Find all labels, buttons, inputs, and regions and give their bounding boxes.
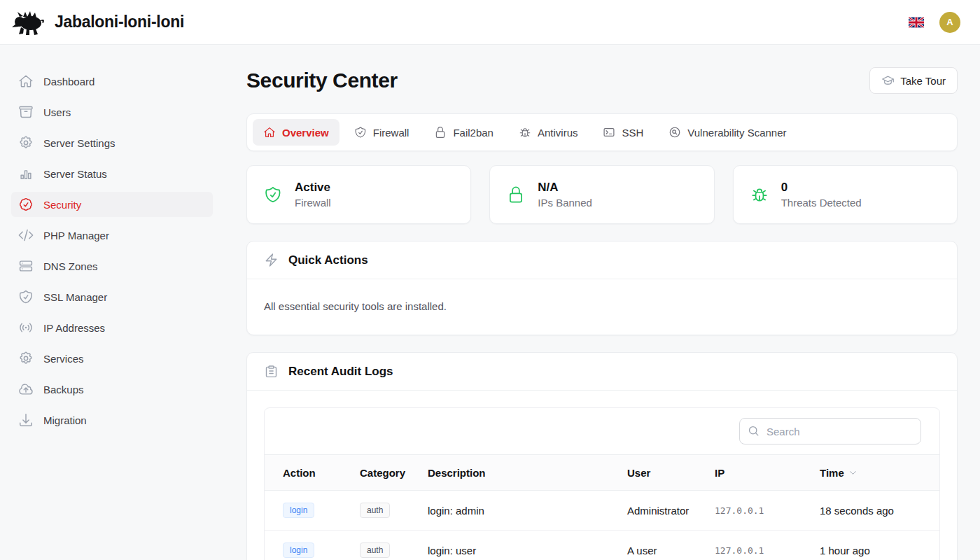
quick-actions-message: All essential security tools are install… [264,296,940,318]
sidebar-item-label: Migration [43,414,87,426]
description-cell: login: user [428,545,627,556]
column-header-time[interactable]: Time [820,467,921,479]
tab-ssh[interactable]: SSH [592,119,654,146]
boar-logo-icon [11,8,48,36]
category-badge: auth [360,503,390,518]
table-row[interactable]: login auth login: user A user 127.0.0.1 … [265,531,939,560]
sidebar-item-label: DNS Zones [43,260,98,272]
server-stack-icon [18,258,34,274]
sidebar-item-dns-zones[interactable]: DNS Zones [11,253,213,279]
stat-card-threats: 0 Threats Detected [733,165,958,224]
shield-check-icon [354,126,367,139]
tab-overview[interactable]: Overview [253,119,340,146]
tab-label: Overview [282,127,329,139]
sidebar-item-label: Security [43,199,81,211]
stat-card-firewall: Active Firewall [246,165,471,224]
ip-cell: 127.0.0.1 [715,545,820,556]
sidebar-item-server-status[interactable]: Server Status [11,161,213,186]
gear-icon [18,135,34,150]
search-circle-icon [668,126,681,139]
tab-label: Firewall [373,127,410,139]
time-cell: 1 hour ago [820,545,921,556]
take-tour-button[interactable]: Take Tour [869,67,958,94]
sidebar-item-security[interactable]: Security [11,192,213,217]
action-badge: login [283,503,314,518]
audit-search [739,418,921,444]
sidebar-item-label: Server Status [43,168,107,180]
badge-check-icon [18,197,34,212]
sidebar-item-server-settings[interactable]: Server Settings [11,130,213,155]
sidebar-item-backups[interactable]: Backups [11,377,213,402]
stat-label: IPs Banned [538,197,592,209]
column-header-category[interactable]: Category [360,467,428,479]
cloud-upload-icon [18,382,34,397]
graduation-cap-icon [881,74,895,88]
gear-icon [18,351,34,366]
action-badge: login [283,542,314,558]
language-flag-icon[interactable] [909,17,924,28]
sidebar-item-label: Backups [43,384,84,396]
sidebar-item-users[interactable]: Users [11,99,213,125]
terminal-icon [603,126,615,139]
bar-chart-icon [18,166,34,181]
stat-value: 0 [781,181,862,195]
sidebar-item-services[interactable]: Services [11,346,213,371]
user-avatar[interactable]: A [939,12,960,33]
column-header-action[interactable]: Action [283,467,360,479]
tab-label: Vulnerability Scanner [687,127,786,139]
sidebar-item-php-manager[interactable]: PHP Manager [11,223,213,248]
sidebar-item-label: Dashboard [43,76,94,88]
audit-logs-title: Recent Audit Logs [288,365,393,379]
sidebar-item-label: Users [43,106,71,118]
lightning-bolt-icon [264,253,279,267]
user-cell: Administrator [627,505,715,517]
quick-actions-title: Quick Actions [288,253,368,267]
table-header-row: Action Category Description User IP Time [265,454,939,491]
code-icon [18,227,34,243]
stat-label: Firewall [295,197,331,209]
stat-value: N/A [538,181,592,195]
broadcast-icon [18,320,34,335]
column-header-user[interactable]: User [627,467,715,479]
download-tray-icon [18,412,34,428]
avatar-letter: A [946,17,953,27]
user-cell: A user [627,545,715,556]
sidebar-item-label: IP Addresses [43,322,105,334]
tab-firewall[interactable]: Firewall [344,119,420,146]
sidebar: Dashboard Users Server Settings Server S… [0,45,224,560]
bug-icon [519,126,531,139]
sidebar-item-label: Services [43,353,84,365]
stat-value: Active [295,181,331,195]
shield-check-icon [18,289,34,304]
sidebar-item-ip-addresses[interactable]: IP Addresses [11,315,213,340]
sidebar-item-migration[interactable]: Migration [11,407,213,433]
column-header-description[interactable]: Description [428,467,627,479]
brand[interactable]: Jabaloni-loni-loni [11,8,184,36]
bug-icon [750,186,769,204]
sidebar-item-dashboard[interactable]: Dashboard [11,69,213,94]
main-content: Security Center Take Tour Overview Firew… [224,45,980,560]
quick-actions-card: Quick Actions All essential security too… [246,241,958,335]
sidebar-item-label: Server Settings [43,137,115,149]
tab-vulnerability-scanner[interactable]: Vulnerability Scanner [658,119,797,146]
tab-fail2ban[interactable]: Fail2ban [424,119,504,146]
home-icon [18,74,34,89]
sidebar-item-ssl-manager[interactable]: SSL Manager [11,284,213,309]
audit-logs-table-panel: Action Category Description User IP Time… [264,407,940,560]
search-icon [747,424,760,438]
table-row[interactable]: login auth login: admin Administrator 12… [265,491,939,531]
stat-card-ips-banned: N/A IPs Banned [489,165,714,224]
column-header-ip[interactable]: IP [715,467,820,479]
tab-label: Fail2ban [453,127,493,139]
time-cell: 18 seconds ago [820,505,921,517]
sidebar-item-label: SSL Manager [43,291,107,303]
archive-box-icon [18,104,34,120]
description-cell: login: admin [428,505,627,517]
tab-antivirus[interactable]: Antivirus [508,119,589,146]
lock-icon [434,126,447,139]
category-badge: auth [360,542,390,558]
ip-cell: 127.0.0.1 [715,505,820,516]
search-input[interactable] [739,418,921,444]
lock-icon [507,186,525,204]
stat-label: Threats Detected [781,197,862,209]
